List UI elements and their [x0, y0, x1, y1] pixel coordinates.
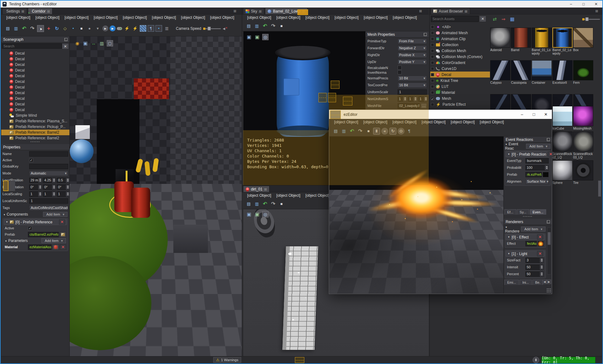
[object Object][interactable]	[110, 25, 116, 31]
asset-item[interactable]: Container	[532, 60, 552, 84]
menu-item[interactable]: [object Object]	[419, 120, 448, 125]
type-filter-checkbox[interactable]	[431, 103, 434, 106]
[object Object][interactable]	[102, 25, 108, 31]
[object Object][interactable]	[86, 25, 93, 32]
asset-thumbnail[interactable]	[511, 28, 531, 48]
asset-thumbnail[interactable]	[552, 160, 573, 180]
menu-item[interactable]: [object Object]	[361, 15, 390, 20]
panel-tab[interactable]: Emi...	[504, 280, 519, 285]
[object Object][interactable]	[253, 23, 260, 29]
remove-renderer-button[interactable]: ✕	[537, 251, 543, 256]
mode-dropdown[interactable]: Automatic	[29, 171, 68, 176]
scenegraph-item[interactable]: Prefab Reference: Barrel2	[1, 130, 69, 135]
asset-item[interactable]: ExcelsiorII	[552, 60, 573, 84]
position-spinner[interactable]: 29 m	[29, 178, 42, 183]
pin-icon[interactable]	[547, 220, 550, 223]
collapse-icon[interactable]: ▼	[508, 153, 510, 156]
menu-item[interactable]: [object Object]	[332, 120, 361, 125]
asset-type-item[interactable]: ✓ Mesh	[430, 95, 490, 101]
menu-item[interactable]: [object Object]	[361, 120, 390, 125]
asset-item[interactable]: Barrel	[511, 28, 531, 55]
mesh-file-field[interactable]: 02_Lowpoly.FBX	[398, 103, 420, 109]
[object Object][interactable]	[509, 16, 516, 23]
menu-item[interactable]: [object Object]	[91, 15, 120, 20]
[object Object][interactable]	[262, 211, 269, 217]
alignment-dropdown[interactable]: Surface Nor	[525, 179, 549, 184]
asset-type-item[interactable]: Kraut Tree	[430, 78, 490, 83]
prefab-color-button[interactable]	[543, 172, 549, 177]
prefab-browse-button[interactable]	[60, 232, 66, 237]
menu-item[interactable]: [object Object]	[33, 15, 62, 20]
up-dir-dropdown[interactable]: Positive Y	[398, 59, 427, 65]
panel-tab[interactable]: Even...	[530, 209, 546, 215]
asset-thumbnail[interactable]	[573, 160, 593, 180]
search-clear-icon[interactable]: ✕	[62, 43, 69, 49]
add-renderer-button[interactable]: Add Item	[521, 227, 546, 232]
[object Object][interactable]	[262, 34, 269, 40]
[object Object][interactable]	[381, 128, 388, 135]
asset-item[interactable]: Barrel_01_Lowpoly	[532, 28, 552, 55]
position-spinner[interactable]: 0.5	[57, 178, 70, 183]
reaction-prefab-field[interactable]: rk.ezPrefab	[525, 172, 542, 177]
tab-scroll-right-icon[interactable]: ▶	[547, 280, 551, 284]
[object Object][interactable]	[82, 40, 89, 46]
rotation-spinner[interactable]: 0°	[43, 185, 56, 190]
[object Object][interactable]	[270, 23, 277, 29]
menu-item[interactable]: [object Object]	[245, 193, 274, 198]
uniform-scaling-field[interactable]: 1	[398, 89, 427, 95]
[object Object][interactable]	[357, 128, 364, 135]
asset-item[interactable]: Barrel_02_Lowpoly	[552, 28, 573, 55]
type-filter-checkbox[interactable]	[431, 25, 434, 29]
menu-item[interactable]: [object Object]	[274, 15, 303, 20]
tab-close-icon[interactable]	[259, 9, 262, 13]
asset-item[interactable]: MissingMesh	[573, 106, 593, 130]
remove-renderer-button[interactable]: ✕	[537, 234, 543, 240]
event-reactions-section[interactable]: ▼ Event Reac	[505, 142, 525, 151]
close-button[interactable]: ✕	[540, 110, 552, 119]
add-event-reaction-button[interactable]: Add Item	[526, 144, 551, 149]
probability-spinner[interactable]: 100	[525, 165, 549, 170]
[object Object][interactable]	[140, 25, 146, 32]
component-active-checkbox[interactable]: ✓	[28, 226, 32, 230]
collapse-icon[interactable]: ▼	[6, 221, 8, 223]
tab-close-icon[interactable]	[47, 9, 50, 13]
effect-asset-field[interactable]: fectAsset	[525, 241, 537, 246]
minimize-button[interactable]: –	[565, 1, 577, 8]
add-parameter-button[interactable]: Add Item	[41, 238, 66, 243]
menu-item[interactable]: [object Object]	[120, 15, 149, 20]
[object Object][interactable]	[245, 201, 252, 207]
name-field[interactable]	[29, 151, 68, 157]
close-button[interactable]: ✕	[590, 1, 602, 8]
tags-dropdown[interactable]: AutoColMesh|CastShadow	[29, 205, 68, 211]
menu-item[interactable]: [object Object]	[62, 15, 91, 20]
scaling-spinner[interactable]: 1	[29, 191, 42, 197]
asset-item[interactable]: ScannedRock02_LQ	[552, 131, 573, 159]
normal-precision-dropdown[interactable]: 10 Bit	[398, 76, 427, 81]
document-tab[interactable]: Sky	[243, 8, 264, 14]
asset-thumbnail[interactable]	[511, 60, 531, 80]
asset-thumbnail[interactable]	[573, 60, 593, 80]
[object Object][interactable]	[148, 25, 154, 32]
asset-type-item[interactable]: Curve1D	[430, 66, 490, 72]
asset-thumbnail[interactable]	[552, 106, 573, 126]
mute-speaker-icon[interactable]	[223, 26, 228, 31]
document-tab[interactable]: Corridor	[28, 8, 53, 14]
nonuniform-spinner[interactable]: 1	[408, 96, 417, 102]
[object Object][interactable]	[340, 128, 347, 135]
scenegraph-item[interactable]: Decal	[1, 101, 69, 107]
window-resize-grip[interactable]	[546, 288, 551, 292]
scenegraph-item[interactable]: Prefab Reference: Plasma_S...	[1, 118, 69, 124]
invert-normals-checkbox[interactable]	[398, 70, 402, 74]
[object Object][interactable]	[262, 23, 269, 29]
add-component-button[interactable]: Add Item	[43, 212, 68, 217]
menu-item[interactable]: [object Object]	[332, 15, 361, 20]
asset-thumbnail[interactable]	[573, 106, 593, 126]
event-type-field[interactable]: burnmark	[525, 158, 549, 163]
asset-type-item[interactable]: Animated Mesh	[430, 30, 490, 36]
asset-type-item[interactable]: LUT	[430, 83, 490, 89]
[object Object][interactable]	[45, 25, 52, 32]
renderers-scrollbar[interactable]	[547, 228, 551, 275]
pause-status-button[interactable]: ‖	[533, 357, 539, 363]
menu-item[interactable]: [object Object]	[303, 15, 332, 20]
asset-search-input[interactable]	[431, 16, 479, 22]
